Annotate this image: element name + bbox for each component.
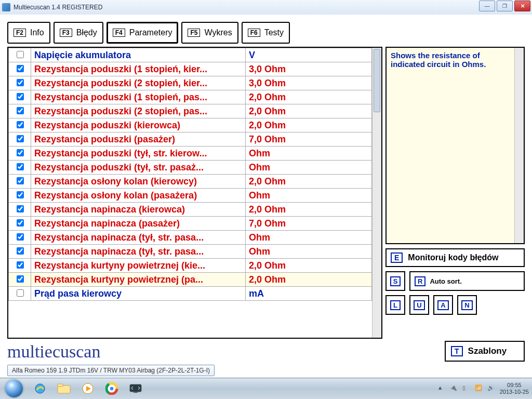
parameter-checkbox[interactable] [17, 261, 24, 269]
minimize-button[interactable]: — [479, 1, 495, 11]
tray-network-icon[interactable]: 📶 [475, 384, 483, 393]
parameter-row[interactable]: Rezystancja osłony kolan (pasażera) Ohm [9, 189, 372, 203]
taskbar-app-icon[interactable] [125, 380, 147, 397]
taskbar-explorer-icon[interactable] [53, 380, 75, 397]
parameter-name: Rezystancja kurtyny powietrznej (kie... [31, 259, 246, 273]
parameter-name: Rezystancja poduszki (pasażer) [31, 132, 246, 147]
parameter-row[interactable]: Prąd pasa kierowcymA [9, 287, 372, 301]
app-icon [2, 3, 10, 11]
parameter-name: Prąd pasa kierowcy [31, 287, 246, 301]
parameter-row[interactable]: Rezystancja poduszki (kierowca)2,0 Ohm [9, 118, 372, 132]
parameter-checkbox[interactable] [17, 219, 24, 227]
l-button[interactable]: L [385, 295, 405, 315]
parameter-name: Rezystancja osłony kolan (kierowcy) [31, 175, 246, 189]
parameter-name: Rezystancja poduszki (1 stopień, kier... [31, 62, 246, 76]
parameter-row[interactable]: Rezystancja poduszki (tył, str. pasaż...… [9, 161, 372, 175]
auto-sort-button[interactable]: R Auto sort. [409, 271, 525, 291]
tray-power-icon[interactable]: 🔌 [450, 384, 458, 393]
u-button[interactable]: U [409, 295, 429, 315]
parameter-value: 2,0 Ohm [246, 175, 372, 189]
tab-wykres[interactable]: F5Wykres [181, 22, 238, 44]
tab-info[interactable]: F2Info [7, 22, 50, 44]
parameter-row[interactable]: Rezystancja kurtyny powietrznej (pa...2,… [9, 273, 372, 287]
parameter-row[interactable]: Rezystancja napinacza (pasażer)7,0 Ohm [9, 217, 372, 231]
main-tabs: F2InfoF3BłędyF4ParameteryF5WykresF6Testy [0, 15, 532, 44]
parameter-checkbox[interactable] [17, 149, 24, 156]
svg-point-9 [110, 387, 114, 391]
parameter-checkbox[interactable] [17, 275, 24, 283]
parameter-value: Ohm [246, 161, 372, 175]
parameter-checkbox[interactable] [17, 121, 24, 128]
parameter-value: Ohm [246, 245, 372, 259]
tab-testy[interactable]: F6Testy [242, 22, 290, 44]
parameter-checkbox[interactable] [17, 163, 24, 170]
parameter-row[interactable]: Napięcie akumulatoraV [9, 48, 372, 62]
parameter-row[interactable]: Rezystancja napinacza (tył, str. pasa...… [9, 231, 372, 245]
parameter-value: 2,0 Ohm [246, 104, 372, 118]
parameter-checkbox[interactable] [17, 135, 24, 142]
taskbar-clock[interactable]: 09:55 2013-10-25 [500, 382, 529, 395]
taskbar-wmp-icon[interactable] [77, 380, 99, 397]
parameter-row[interactable]: Rezystancja poduszki (2 stopień, kier...… [9, 76, 372, 90]
parameter-checkbox[interactable] [17, 93, 24, 100]
parameter-checkbox[interactable] [17, 51, 24, 58]
parameter-value: V [246, 48, 372, 62]
parameter-checkbox[interactable] [17, 205, 24, 212]
taskbar-ie-icon[interactable] [29, 380, 51, 397]
tab-parametery[interactable]: F4Parametery [107, 22, 179, 44]
close-button[interactable]: ✕ [514, 1, 530, 11]
start-button[interactable] [0, 378, 28, 399]
parameter-scrollbar[interactable] [372, 48, 381, 338]
parameter-value: mA [246, 287, 372, 301]
parameter-checkbox[interactable] [17, 79, 24, 86]
parameter-value: Ohm [246, 147, 372, 161]
parameter-row[interactable]: Rezystancja napinacza (kierowca)2,0 Ohm [9, 203, 372, 217]
parameter-value: 3,0 Ohm [246, 76, 372, 90]
parameter-checkbox[interactable] [17, 65, 24, 72]
info-scrollbar[interactable] [514, 48, 524, 243]
templates-button[interactable]: T Szablony [445, 341, 525, 362]
tray-volume-icon[interactable]: 🔊 [487, 384, 496, 393]
info-text: Shows the resistance of indicated circui… [387, 48, 514, 243]
parameter-row[interactable]: Rezystancja poduszki (1 stopień, pas...2… [9, 90, 372, 104]
n-button[interactable]: N [457, 295, 477, 315]
parameter-name: Rezystancja osłony kolan (pasażera) [31, 189, 246, 203]
parameter-row[interactable]: Rezystancja napinacza (tył, str. pasa...… [9, 245, 372, 259]
parameter-checkbox[interactable] [17, 233, 24, 241]
monitor-errors-button[interactable]: E Monitoruj kody błędów [385, 248, 525, 267]
parameter-row[interactable]: Rezystancja poduszki (1 stopień, kier...… [9, 62, 372, 76]
parameter-row[interactable]: Rezystancja poduszki (pasażer)7,0 Ohm [9, 132, 372, 147]
tab-błędy[interactable]: F3Błędy [54, 22, 103, 44]
window-titlebar: Multiecuscan 1.4 REGISTERED — ❐ ✕ [0, 0, 532, 15]
brand-logo: multiecuscan [7, 341, 100, 362]
parameter-checkbox[interactable] [17, 191, 24, 198]
a-button[interactable]: A [433, 295, 453, 315]
parameter-name: Rezystancja poduszki (tył, str. kierow..… [31, 147, 246, 161]
parameter-row[interactable]: Rezystancja osłony kolan (kierowcy)2,0 O… [9, 175, 372, 189]
vehicle-info-bar[interactable]: Alfa Romeo 159 1.9 JTDm 16V / TRW MY03 A… [7, 365, 215, 376]
parameter-name: Rezystancja napinacza (kierowca) [31, 203, 246, 217]
parameter-value: 7,0 Ohm [246, 132, 372, 147]
parameter-row[interactable]: Rezystancja kurtyny powietrznej (kie...2… [9, 259, 372, 273]
parameter-value: 2,0 Ohm [246, 259, 372, 273]
parameter-checkbox[interactable] [17, 247, 24, 255]
maximize-button[interactable]: ❐ [497, 1, 513, 11]
parameter-checkbox[interactable] [17, 177, 24, 184]
taskbar-chrome-icon[interactable] [101, 380, 123, 397]
parameter-value: 2,0 Ohm [246, 118, 372, 132]
parameter-value: 3,0 Ohm [246, 62, 372, 76]
tray-flag-icon[interactable]: ▲ [437, 384, 446, 393]
tray-battery-icon[interactable]: ▯ [462, 384, 471, 393]
parameter-table: Napięcie akumulatoraVRezystancja poduszk… [8, 48, 372, 301]
windows-taskbar[interactable]: ▲ 🔌 ▯ 📶 🔊 09:55 2013-10-25 [0, 378, 532, 399]
parameter-panel: Napięcie akumulatoraVRezystancja poduszk… [7, 47, 382, 339]
parameter-name: Rezystancja poduszki (1 stopień, pas... [31, 90, 246, 104]
parameter-row[interactable]: Rezystancja poduszki (tył, str. kierow..… [9, 147, 372, 161]
parameter-checkbox[interactable] [17, 289, 24, 297]
parameter-name: Rezystancja napinacza (pasażer) [31, 217, 246, 231]
parameter-checkbox[interactable] [17, 107, 24, 114]
parameter-row[interactable]: Rezystancja poduszki (2 stopień, pas...2… [9, 104, 372, 118]
parameter-value: 2,0 Ohm [246, 203, 372, 217]
s-button[interactable]: S [385, 271, 405, 291]
parameter-name: Napięcie akumulatora [31, 48, 246, 62]
